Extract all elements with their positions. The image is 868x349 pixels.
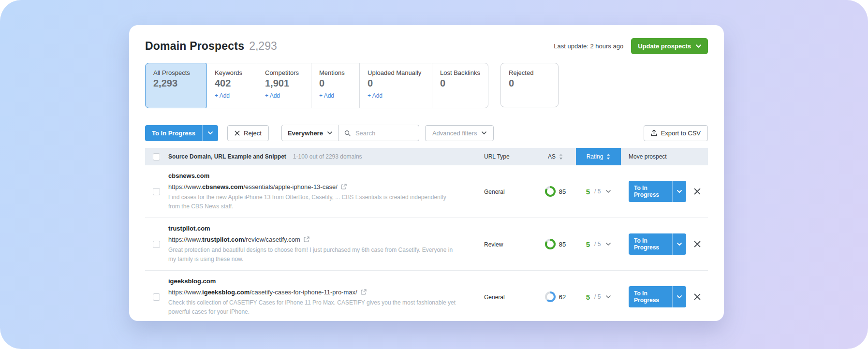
external-link-icon[interactable] [361, 289, 367, 295]
move-prospect-split-button[interactable]: To In Progress [629, 233, 686, 255]
rating-max: / 5 [594, 188, 601, 195]
url-type-column-header: URL Type [484, 153, 535, 160]
remove-row-button[interactable] [694, 241, 701, 247]
advanced-filters-label: Advanced filters [432, 130, 477, 137]
bulk-move-split-button[interactable]: To In Progress [145, 125, 218, 141]
export-icon [651, 130, 657, 136]
rating-header-label: Rating [587, 153, 603, 160]
x-icon [235, 131, 240, 136]
tab-label: Lost Backlinks [440, 69, 480, 76]
tab-uploaded-manually[interactable]: Uploaded Manually 0 + Add [360, 63, 432, 108]
row-checkbox[interactable] [153, 293, 160, 301]
tab-value: 0 [319, 78, 352, 89]
chevron-down-icon [482, 131, 486, 134]
tab-value: 2,293 [153, 78, 199, 89]
add-uploaded-link[interactable]: + Add [368, 92, 424, 99]
rating-value: 5 [586, 188, 590, 196]
update-prospects-label: Update prospects [638, 43, 691, 50]
search-input[interactable] [354, 129, 410, 137]
source-domain: igeeksblog.com [168, 277, 458, 285]
toolbar: To In Progress Reject Everywhere [145, 125, 708, 141]
tab-value: 0 [509, 78, 550, 89]
tab-lost-backlinks[interactable]: Lost Backlinks 0 [432, 63, 488, 108]
sort-icon [559, 154, 563, 160]
tab-rejected[interactable]: Rejected 0 [500, 63, 559, 107]
select-all-checkbox[interactable] [153, 153, 160, 160]
move-prospect-label[interactable]: To In Progress [629, 233, 672, 255]
as-header-label: AS [548, 153, 556, 160]
scope-value: Everywhere [288, 130, 323, 137]
snippet-text: Check this collection of CASETiFY Cases … [168, 298, 458, 316]
external-link-icon[interactable] [304, 236, 309, 242]
tab-label: Rejected [509, 69, 550, 76]
chevron-down-icon[interactable] [606, 190, 611, 193]
tab-value: 1,901 [265, 78, 303, 89]
authority-score-donut [545, 186, 556, 197]
move-prospect-column-header: Move prospect [621, 153, 686, 160]
url-type-value: Review [484, 241, 503, 248]
tab-label: Competitors [265, 69, 303, 76]
search-scope-select[interactable]: Everywhere [282, 125, 338, 141]
chevron-down-icon[interactable] [606, 295, 611, 298]
tab-label: All Prospects [153, 69, 199, 76]
move-prospect-dropdown[interactable] [672, 286, 686, 307]
url-example[interactable]: https://www.igeeksblog.com/casetify-case… [168, 289, 357, 296]
move-prospect-dropdown[interactable] [672, 233, 686, 255]
tab-value: 0 [368, 78, 424, 89]
chevron-down-icon [677, 190, 682, 193]
source-domain: cbsnews.com [168, 172, 458, 179]
row-checkbox[interactable] [153, 188, 160, 195]
authority-score-value: 85 [559, 241, 566, 248]
bulk-move-label[interactable]: To In Progress [145, 125, 202, 141]
move-prospect-label[interactable]: To In Progress [629, 286, 672, 307]
sort-icon [606, 154, 610, 160]
table-row: trustpilot.com https://www.trustpilot.co… [145, 218, 708, 270]
last-update-text: Last update: 2 hours ago [554, 43, 623, 50]
as-column-header[interactable]: AS [535, 153, 576, 160]
tab-mentions[interactable]: Mentions 0 + Add [311, 63, 360, 108]
add-keywords-link[interactable]: + Add [215, 92, 249, 99]
move-prospect-split-button[interactable]: To In Progress [629, 181, 686, 202]
move-prospect-dropdown[interactable] [672, 181, 686, 202]
remove-row-button[interactable] [694, 293, 701, 300]
reject-button[interactable]: Reject [227, 125, 269, 141]
url-type-value: General [484, 189, 505, 195]
update-prospects-button[interactable]: Update prospects [631, 38, 708, 54]
tab-all-prospects[interactable]: All Prospects 2,293 [145, 63, 207, 108]
authority-score-donut [545, 291, 556, 302]
chevron-down-icon [677, 295, 682, 298]
snippet-text: Great protection and beautiful designs t… [168, 246, 458, 263]
rating-column-header[interactable]: Rating [576, 148, 621, 165]
rating-max: / 5 [594, 293, 601, 300]
external-link-icon[interactable] [341, 184, 347, 189]
table-row: cbsnews.com https://www.cbsnews.com/esse… [145, 165, 708, 218]
snippet-text: Find cases for the new Apple iPhone 13 f… [168, 193, 458, 211]
url-example[interactable]: https://www.cbsnews.com/essentials/apple… [168, 183, 338, 190]
move-prospect-label[interactable]: To In Progress [629, 181, 672, 202]
chevron-down-icon [677, 243, 682, 246]
rating-value: 5 [586, 293, 590, 301]
advanced-filters-button[interactable]: Advanced filters [425, 125, 494, 141]
tab-label: Keywords [215, 69, 249, 76]
search-icon [344, 130, 351, 136]
tab-label: Uploaded Manually [368, 69, 424, 76]
tab-group: All Prospects 2,293 Keywords 402 + Add C… [145, 63, 488, 108]
export-csv-label: Export to CSV [661, 130, 701, 137]
row-checkbox[interactable] [153, 241, 160, 248]
export-csv-button[interactable]: Export to CSV [644, 125, 708, 141]
chevron-down-icon[interactable] [606, 243, 611, 246]
pagination-range-text: 1-100 out of 2293 domains [293, 153, 362, 160]
reject-label: Reject [244, 130, 262, 137]
chevron-down-icon [208, 131, 213, 134]
tab-value: 0 [440, 78, 480, 89]
bulk-move-dropdown[interactable] [202, 125, 218, 141]
url-example[interactable]: https://www.trustpilot.com/review/caseti… [168, 236, 300, 243]
tab-competitors[interactable]: Competitors 1,901 + Add [257, 63, 311, 108]
source-column-header: Source Domain, URL Example and Snippet [168, 153, 286, 160]
remove-row-button[interactable] [694, 188, 701, 195]
add-competitors-link[interactable]: + Add [265, 92, 303, 99]
add-mentions-link[interactable]: + Add [319, 92, 352, 99]
search-box [338, 125, 419, 141]
move-prospect-split-button[interactable]: To In Progress [629, 286, 686, 307]
tab-keywords[interactable]: Keywords 402 + Add [207, 63, 257, 108]
